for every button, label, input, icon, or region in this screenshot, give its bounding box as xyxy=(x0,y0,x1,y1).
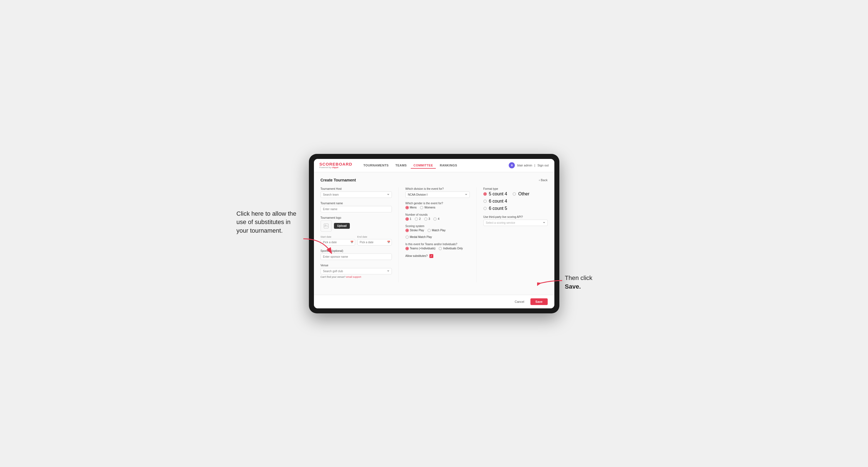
annotation-right: Then click Save. xyxy=(565,274,621,291)
form-grid: Tournament Host Tournament name Tourname… xyxy=(320,187,548,282)
substitutes-checkbox[interactable] xyxy=(429,254,433,258)
teams-individuals-label: Individuals Only xyxy=(443,247,463,250)
form-col2: Which division is the event for? NCAA Di… xyxy=(399,187,470,282)
gender-mens[interactable]: Mens xyxy=(405,206,416,209)
upload-button[interactable]: Upload xyxy=(334,223,350,229)
nav-right: B blair admin | Sign out xyxy=(509,162,549,168)
rounds-2[interactable]: 2 xyxy=(415,217,421,221)
venue-group: Venue Can't find your venue? email suppo… xyxy=(320,264,392,278)
format-6count4[interactable]: 6 count 4 xyxy=(484,199,548,204)
rounds-4-radio[interactable] xyxy=(433,217,437,221)
scoring-options: Stroke Play Match Play Medal Match Play xyxy=(405,229,470,239)
end-date-wrapper: 📅 xyxy=(357,239,392,246)
scoring-service-select[interactable]: Select a scoring service xyxy=(484,220,548,226)
format-6count5[interactable]: 6 count 5 xyxy=(484,206,548,211)
tablet-screen: SCOREBOARD Powered by clippd TOURNAMENTS… xyxy=(314,159,554,308)
teams-individuals[interactable]: Individuals Only xyxy=(439,247,463,250)
gender-mens-label: Mens xyxy=(410,206,416,209)
rounds-4[interactable]: 4 xyxy=(433,217,439,221)
rounds-group: Number of rounds 1 2 xyxy=(405,213,470,221)
format-6count5-radio[interactable] xyxy=(484,207,487,210)
rounds-3-radio[interactable] xyxy=(424,217,428,221)
nav-separator: | xyxy=(534,164,535,167)
format-other[interactable]: Other xyxy=(513,191,529,196)
gender-label: Which gender is the event for? xyxy=(405,202,470,205)
nav-committee[interactable]: COMMITTEE xyxy=(411,162,436,169)
page-header: Create Tournament Back xyxy=(320,178,548,182)
scoring-medal[interactable]: Medal Match Play xyxy=(405,236,432,239)
teams-both-label: Teams (+Individuals) xyxy=(410,247,436,250)
form-col3: Format type 5 count 4 Other xyxy=(476,187,548,282)
scoring-label: Scoring system xyxy=(405,225,470,228)
scoring-match-radio[interactable] xyxy=(428,229,431,232)
rounds-options: 1 2 3 xyxy=(405,217,470,221)
format-5count4-radio[interactable] xyxy=(484,192,487,196)
substitutes-label: Allow substitutes? xyxy=(405,254,428,257)
annotation-left: Click here to allow the use of substitut… xyxy=(237,210,301,235)
teams-individuals-radio[interactable] xyxy=(439,247,442,250)
format-other-label: Other xyxy=(518,191,529,196)
gender-womens-label: Womens xyxy=(425,206,435,209)
venue-label: Venue xyxy=(320,264,392,267)
rounds-label: Number of rounds xyxy=(405,213,470,216)
division-label: Which division is the event for? xyxy=(405,187,470,190)
tournament-host-group: Tournament Host xyxy=(320,187,392,198)
venue-input[interactable] xyxy=(320,268,392,274)
format-5count4[interactable]: 5 count 4 xyxy=(484,191,507,196)
substitutes-group: Allow substitutes? xyxy=(405,254,470,258)
format-6count5-label: 6 count 5 xyxy=(489,206,507,211)
logo-powered: Powered by clippd xyxy=(319,166,352,169)
format-other-radio[interactable] xyxy=(513,192,516,196)
gender-womens-radio[interactable] xyxy=(420,206,423,209)
form-footer: Cancel Save xyxy=(314,295,554,308)
scoring-medal-label: Medal Match Play xyxy=(410,236,432,239)
scoring-stroke[interactable]: Stroke Play xyxy=(405,229,424,232)
teams-both[interactable]: Teams (+Individuals) xyxy=(405,247,436,250)
format-label: Format type xyxy=(484,187,548,190)
end-date-input[interactable] xyxy=(357,239,392,246)
user-name: blair admin xyxy=(517,164,532,167)
rounds-1-radio[interactable] xyxy=(405,217,409,221)
scoring-medal-radio[interactable] xyxy=(405,236,409,239)
gender-womens[interactable]: Womens xyxy=(420,206,435,209)
tournament-host-input[interactable] xyxy=(320,191,392,198)
scoring-match-label: Match Play xyxy=(432,229,445,232)
rounds-2-radio[interactable] xyxy=(415,217,418,221)
sign-out-link[interactable]: Sign out xyxy=(537,164,549,167)
logo-text-board: BOARD xyxy=(336,162,352,166)
format-group: Format type 5 count 4 Other xyxy=(484,187,548,211)
tablet-frame: SCOREBOARD Powered by clippd TOURNAMENTS… xyxy=(309,154,559,313)
cancel-button[interactable]: Cancel xyxy=(512,298,528,305)
logo-area: SCOREBOARD Powered by clippd xyxy=(319,162,352,169)
tournament-host-label: Tournament Host xyxy=(320,187,392,190)
nav-teams[interactable]: TEAMS xyxy=(393,162,410,169)
nav-tournaments[interactable]: TOURNAMENTS xyxy=(361,162,392,169)
end-date-icon: 📅 xyxy=(387,241,390,244)
api-label: Use third-party live scoring API? xyxy=(484,215,548,218)
scoring-match[interactable]: Match Play xyxy=(428,229,445,232)
navbar: SCOREBOARD Powered by clippd TOURNAMENTS… xyxy=(314,159,554,172)
back-link[interactable]: Back xyxy=(539,178,548,182)
division-group: Which division is the event for? NCAA Di… xyxy=(405,187,470,198)
tournament-name-label: Tournament name xyxy=(320,202,392,205)
tournament-logo-group: Tournament logo Upload xyxy=(320,216,392,231)
api-group: Use third-party live scoring API? Select… xyxy=(484,215,548,226)
rounds-3-label: 3 xyxy=(429,217,430,220)
scoring-stroke-radio[interactable] xyxy=(405,229,409,232)
rounds-3[interactable]: 3 xyxy=(424,217,430,221)
gender-mens-radio[interactable] xyxy=(405,206,409,209)
nav-rankings[interactable]: RANKINGS xyxy=(437,162,460,169)
format-6count4-radio[interactable] xyxy=(484,199,487,203)
tournament-name-group: Tournament name xyxy=(320,202,392,212)
tournament-name-input[interactable] xyxy=(320,206,392,212)
annotation-left-arrow xyxy=(301,236,334,258)
teams-group: Is this event for Teams and/or Individua… xyxy=(405,243,470,250)
teams-both-radio[interactable] xyxy=(405,247,409,250)
end-date-label: End date xyxy=(357,236,392,238)
rounds-1[interactable]: 1 xyxy=(405,217,412,221)
logo-placeholder xyxy=(320,220,332,231)
division-select[interactable]: NCAA Division I xyxy=(405,191,470,198)
logo-scoreboard: SCOREBOARD xyxy=(319,162,352,166)
venue-email-link[interactable]: email support xyxy=(346,276,361,278)
save-button[interactable]: Save xyxy=(530,298,548,305)
